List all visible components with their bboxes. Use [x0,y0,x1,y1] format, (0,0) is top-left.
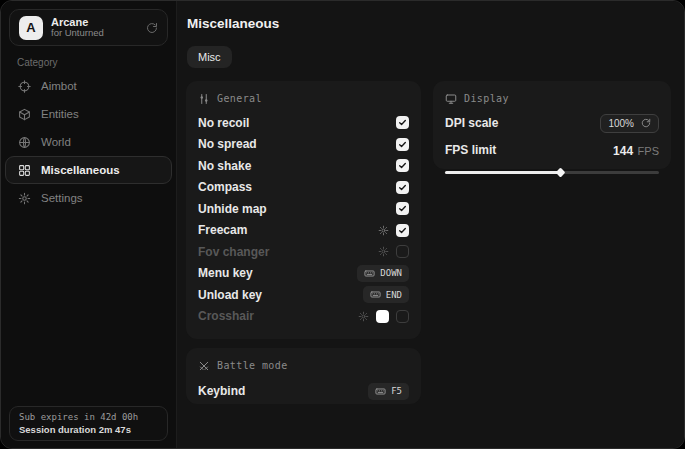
sidebar-item-miscellaneous[interactable]: Miscellaneous [5,156,172,184]
general-panel-title: General [217,93,262,104]
row-label: No spread [198,137,257,151]
sidebar-item-aimbot[interactable]: Aimbot [5,72,172,100]
session-duration-text: Session duration 2m 47s [19,424,158,435]
grid-icon [18,164,31,177]
crosshair-icon [18,80,31,93]
sidebar-item-label: Entities [41,108,79,120]
category-label: Category [17,57,58,68]
row-controls [396,202,409,215]
keybind-keybind-button[interactable]: F5 [368,383,409,400]
display-panel-title: Display [464,93,509,104]
display-panel-header: Display [445,91,659,106]
row-label: Keybind [198,384,245,398]
row-controls: END [363,286,409,303]
no-shake-checkbox[interactable] [396,159,409,172]
slider-fill [445,171,561,174]
globe-icon [18,136,31,149]
dpi-scale-row: DPI scale 100% [445,113,659,133]
unhide-map-row: Unhide map [198,198,409,220]
battle-mode-rows: KeybindF5 [198,379,409,403]
sub-expiry-text: Sub expires in 42d 00h [19,412,158,422]
general-rows: No recoilNo spreadNo shakeCompassUnhide … [198,112,409,327]
row-label: Crosshair [198,309,254,323]
unload-key-keybind-button[interactable]: END [363,286,409,303]
row-controls [396,181,409,194]
monitor-icon [445,93,457,105]
freecam-row: Freecam [198,220,409,242]
tab-bar: Misc [187,46,232,68]
sidebar-item-label: Settings [41,192,83,204]
fov-changer-checkbox[interactable] [396,245,409,258]
no-spread-row: No spread [198,134,409,156]
no-spread-checkbox[interactable] [396,138,409,151]
sidebar-item-label: World [41,136,71,148]
sidebar-item-world[interactable]: World [5,128,172,156]
row-controls [378,245,409,258]
keybind-value: DOWN [380,268,402,278]
no-shake-row: No shake [198,155,409,177]
sliders-icon [198,93,210,105]
fps-limit-value: 144 FPS [613,141,659,159]
keybind-value: F5 [391,386,402,396]
no-recoil-row: No recoil [198,112,409,134]
compass-row: Compass [198,177,409,199]
fps-limit-slider[interactable] [445,168,659,177]
menu-key-row: Menu keyDOWN [198,263,409,285]
row-label: Compass [198,180,252,194]
row-controls [396,159,409,172]
keyboard-icon [364,268,375,279]
tab-misc[interactable]: Misc [187,46,232,68]
compass-checkbox[interactable] [396,181,409,194]
dpi-scale-label: DPI scale [445,116,498,130]
swords-icon [198,360,210,372]
row-label: Fov changer [198,245,269,259]
row-label: No recoil [198,116,249,130]
general-panel-header: General [198,91,409,106]
keyboard-icon [370,289,381,300]
row-controls: F5 [368,383,409,400]
menu-key-keybind-button[interactable]: DOWN [357,265,409,282]
sync-icon[interactable] [146,22,158,34]
fps-limit-label: FPS limit [445,143,496,157]
row-controls [396,138,409,151]
row-label: Freecam [198,223,247,237]
gear-icon [18,192,31,205]
row-label: No shake [198,159,251,173]
crosshair-checkbox[interactable] [396,310,409,323]
battle-mode-panel: Battle mode KeybindF5 [186,348,421,404]
row-label: Unhide map [198,202,267,216]
app-logo: A [19,16,43,40]
row-controls [358,310,409,323]
slider-thumb[interactable] [556,168,566,178]
fov-changer-row: Fov changer [198,241,409,263]
dpi-scale-control[interactable]: 100% [600,114,659,133]
keybind-row: KeybindF5 [198,379,409,403]
sidebar: A Arcane for Unturned Category AimbotEnt… [1,1,177,448]
row-controls [378,224,409,237]
gear-icon[interactable] [358,311,369,322]
gear-icon[interactable] [378,225,389,236]
crosshair-row: Crosshair [198,306,409,328]
fps-limit-row: FPS limit 144 FPS [445,140,659,160]
freecam-checkbox[interactable] [396,224,409,237]
unload-key-row: Unload keyEND [198,284,409,306]
app-window: A Arcane for Unturned Category AimbotEnt… [0,0,685,449]
no-recoil-checkbox[interactable] [396,116,409,129]
gear-icon[interactable] [378,246,389,257]
general-panel: General No recoilNo spreadNo shakeCompas… [186,81,421,339]
dpi-reset-icon[interactable] [641,118,651,128]
battle-mode-panel-title: Battle mode [217,360,288,371]
crosshair-color-swatch[interactable] [376,310,389,323]
display-panel: Display DPI scale 100% FPS limit 144 FPS [433,81,671,169]
row-label: Menu key [198,266,253,280]
row-controls: DOWN [357,265,409,282]
battle-mode-panel-header: Battle mode [198,358,409,373]
dpi-scale-value: 100% [608,118,634,129]
sidebar-item-label: Aimbot [41,80,77,92]
sidebar-item-settings[interactable]: Settings [5,184,172,212]
row-label: Unload key [198,288,262,302]
unhide-map-checkbox[interactable] [396,202,409,215]
keyboard-icon [375,386,386,397]
brand-text: Arcane for Unturned [51,16,104,40]
sidebar-item-entities[interactable]: Entities [5,100,172,128]
